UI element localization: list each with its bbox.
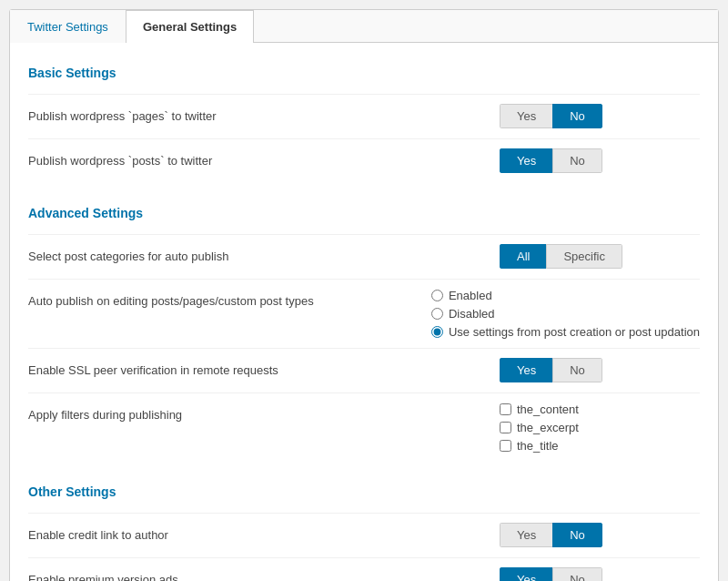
setting-label-auto-publish: Auto publish on editing posts/pages/cust… [28, 289, 431, 314]
toggle-group-publish-posts: Yes No [500, 148, 602, 173]
setting-label-ssl: Enable SSL peer verification in remote r… [28, 358, 500, 383]
radio-label-use-settings: Use settings from post creation or post … [449, 325, 700, 339]
toggle-group-publish-pages: Yes No [500, 104, 602, 128]
setting-label-publish-posts: Publish wordpress `posts` to twitter [28, 148, 500, 174]
setting-control-post-categories: All Specific [500, 244, 700, 269]
setting-row-ssl: Enable SSL peer verification in remote r… [28, 348, 700, 392]
setting-control-credit-link: Yes No [500, 523, 700, 547]
radio-group-auto-publish: Enabled Disabled Use settings from post … [431, 289, 700, 339]
section-title-advanced: Advanced Settings [28, 206, 700, 220]
checkbox-item-content[interactable]: the_content [500, 403, 579, 416]
setting-row-post-categories: Select post categories for auto publish … [28, 234, 700, 279]
setting-control-ssl: Yes No [500, 358, 700, 382]
radio-label-disabled: Disabled [449, 307, 495, 321]
setting-control-publish-posts: Yes No [500, 148, 700, 173]
setting-control-filters: the_content the_excerpt the_title [500, 403, 700, 453]
setting-row-auto-publish: Auto publish on editing posts/pages/cust… [28, 279, 700, 348]
toggle-yes-ssl[interactable]: Yes [500, 358, 552, 382]
checkbox-label-excerpt: the_excerpt [517, 421, 579, 434]
checkbox-group-filters: the_content the_excerpt the_title [500, 403, 579, 453]
toggle-yes-publish-posts[interactable]: Yes [500, 148, 552, 173]
tabs-bar: Twitter Settings General Settings [10, 10, 718, 43]
radio-disabled[interactable] [431, 308, 443, 320]
toggle-yes-premium-ads[interactable]: Yes [500, 567, 552, 581]
radio-label-enabled: Enabled [449, 289, 492, 302]
page-wrapper: Twitter Settings General Settings Basic … [9, 9, 719, 581]
toggle-no-premium-ads[interactable]: No [552, 567, 602, 581]
setting-row-publish-pages: Publish wordpress `pages` to twitter Yes… [28, 94, 700, 138]
toggle-all[interactable]: All [500, 244, 546, 269]
setting-label-filters: Apply filters during publishing [28, 403, 500, 428]
setting-row-filters: Apply filters during publishing the_cont… [28, 392, 700, 462]
setting-control-auto-publish: Enabled Disabled Use settings from post … [431, 289, 700, 339]
radio-enabled[interactable] [431, 290, 443, 301]
toggle-group-premium-ads: Yes No [500, 567, 602, 581]
checkbox-label-title: the_title [517, 439, 559, 453]
setting-label-publish-pages: Publish wordpress `pages` to twitter [28, 104, 500, 129]
toggle-yes-credit-link[interactable]: Yes [500, 523, 552, 547]
tab-general[interactable]: General Settings [126, 10, 254, 43]
radio-item-disabled[interactable]: Disabled [431, 307, 700, 321]
toggle-no-publish-posts[interactable]: No [552, 148, 602, 173]
setting-control-premium-ads: Yes No [500, 567, 700, 581]
setting-label-premium-ads: Enable premium version ads [28, 567, 500, 581]
toggle-group-ssl: Yes No [500, 358, 602, 382]
setting-row-credit-link: Enable credit link to author Yes No [28, 513, 700, 557]
toggle-group-credit-link: Yes No [500, 523, 602, 547]
checkbox-label-content: the_content [517, 403, 579, 416]
checkbox-title[interactable] [500, 440, 511, 452]
section-title-basic: Basic Settings [28, 66, 700, 80]
radio-item-use-settings[interactable]: Use settings from post creation or post … [431, 325, 700, 339]
toggle-yes-publish-pages[interactable]: Yes [500, 104, 552, 128]
setting-label-credit-link: Enable credit link to author [28, 523, 500, 548]
toggle-specific[interactable]: Specific [546, 244, 622, 269]
radio-use-settings[interactable] [431, 326, 443, 338]
checkbox-item-excerpt[interactable]: the_excerpt [500, 421, 579, 434]
radio-item-enabled[interactable]: Enabled [431, 289, 700, 302]
toggle-group-all-specific: All Specific [500, 244, 622, 269]
checkbox-item-title[interactable]: the_title [500, 439, 579, 453]
toggle-no-credit-link[interactable]: No [552, 523, 602, 547]
section-title-other: Other Settings [28, 484, 700, 499]
main-content: Basic Settings Publish wordpress `pages`… [10, 43, 718, 581]
toggle-no-publish-pages[interactable]: No [552, 104, 602, 128]
tab-twitter[interactable]: Twitter Settings [10, 10, 126, 43]
setting-row-publish-posts: Publish wordpress `posts` to twitter Yes… [28, 138, 700, 183]
checkbox-content[interactable] [500, 403, 511, 415]
setting-row-premium-ads: Enable premium version ads Yes No [28, 557, 700, 581]
checkbox-excerpt[interactable] [500, 422, 511, 433]
setting-label-post-categories: Select post categories for auto publish [28, 244, 500, 270]
toggle-no-ssl[interactable]: No [552, 358, 602, 382]
setting-control-publish-pages: Yes No [500, 104, 700, 128]
